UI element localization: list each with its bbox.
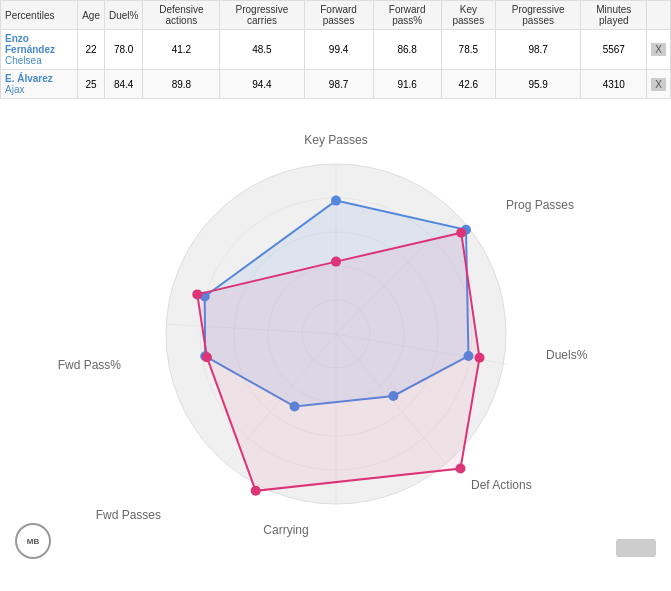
age-cell: 25 <box>78 70 105 99</box>
col-header-fwd-passes: Forward passes <box>304 1 373 30</box>
col-header-remove <box>647 1 671 30</box>
svg-point-27 <box>192 289 202 299</box>
fwd-passes-cell: 98.7 <box>304 70 373 99</box>
minutes-cell: 5567 <box>581 30 647 70</box>
svg-point-25 <box>250 486 260 496</box>
svg-point-13 <box>331 196 341 206</box>
stats-table: Percentiles Age Duel% Defensive actions … <box>0 0 671 99</box>
col-header-prog-carries: Progressive carries <box>220 1 304 30</box>
remove-cell[interactable]: X <box>647 70 671 99</box>
prog-passes-cell: 98.7 <box>496 30 581 70</box>
remove-cell[interactable]: X <box>647 30 671 70</box>
svg-point-23 <box>474 353 484 363</box>
label-fwd-pass-pct: Fwd Pass% <box>57 358 121 372</box>
svg-point-24 <box>455 464 465 474</box>
col-header-minutes: Minutes played <box>581 1 647 30</box>
remove-button[interactable]: X <box>651 43 666 56</box>
radar-chart: Key Passes Prog Passes Duels% Def Action… <box>86 119 586 549</box>
mb-logo: MB <box>15 523 51 559</box>
key-passes-cell: 42.6 <box>441 70 495 99</box>
def-actions-cell: 89.8 <box>143 70 220 99</box>
col-header-duel: Duel% <box>104 1 142 30</box>
age-cell: 22 <box>78 30 105 70</box>
player-name-cell: E. Álvarez Ajax <box>1 70 78 99</box>
svg-point-26 <box>201 352 211 362</box>
key-passes-cell: 78.5 <box>441 30 495 70</box>
col-header-prog-passes: Progressive passes <box>496 1 581 30</box>
duel-cell: 84.4 <box>104 70 142 99</box>
scroll-indicator[interactable] <box>616 539 656 557</box>
prog-carries-cell: 94.4 <box>220 70 304 99</box>
fwd-passes-cell: 99.4 <box>304 30 373 70</box>
table-row: E. Álvarez Ajax 25 84.4 89.8 94.4 98.7 9… <box>1 70 671 99</box>
def-actions-cell: 41.2 <box>143 30 220 70</box>
table-row: Enzo Fernández Chelsea 22 78.0 41.2 48.5… <box>1 30 671 70</box>
label-carrying: Carrying <box>263 523 308 537</box>
minutes-cell: 4310 <box>581 70 647 99</box>
svg-point-22 <box>456 228 466 238</box>
duel-cell: 78.0 <box>104 30 142 70</box>
label-key-passes: Key Passes <box>304 133 367 147</box>
col-header-key-passes: Key passes <box>441 1 495 30</box>
svg-point-21 <box>331 257 341 267</box>
prog-carries-cell: 48.5 <box>220 30 304 70</box>
remove-button[interactable]: X <box>651 78 666 91</box>
label-prog-passes: Prog Passes <box>506 198 574 212</box>
player-name-cell: Enzo Fernández Chelsea <box>1 30 78 70</box>
col-header-fwd-pass-pct: Forward pass% <box>373 1 441 30</box>
prog-passes-cell: 95.9 <box>496 70 581 99</box>
label-fwd-passes: Fwd Passes <box>95 508 160 522</box>
col-header-age: Age <box>78 1 105 30</box>
label-duels: Duels% <box>546 348 588 362</box>
fwd-pass-pct-cell: 86.8 <box>373 30 441 70</box>
col-header-def-actions: Defensive actions <box>143 1 220 30</box>
radar-chart-container: Key Passes Prog Passes Duels% Def Action… <box>0 99 671 569</box>
label-def-actions: Def Actions <box>471 478 532 492</box>
fwd-pass-pct-cell: 91.6 <box>373 70 441 99</box>
col-header-percentiles: Percentiles <box>1 1 78 30</box>
